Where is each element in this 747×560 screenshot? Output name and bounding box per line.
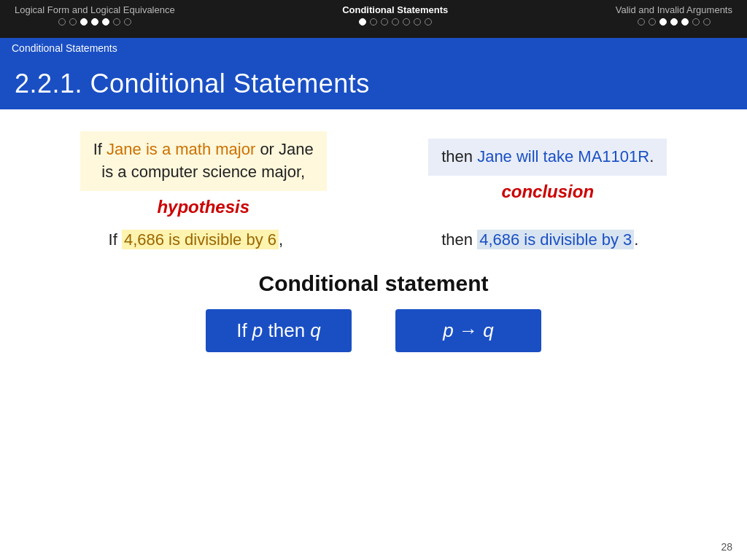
dot-v4 — [670, 18, 678, 26]
subtitle-bar: Conditional Statements — [0, 38, 747, 58]
conditional-statement-section: Conditional statement If p then q p → q — [29, 271, 718, 352]
if-statement: If 4,686 is divisible by 6, — [109, 230, 284, 249]
dot-c5 — [403, 18, 410, 26]
dot-v6 — [692, 18, 700, 26]
dot-c6 — [414, 18, 421, 26]
cond-box-if-p-then-q: If p then q — [206, 309, 352, 352]
conclusion-column: then Jane will take MA1101R. conclusion — [428, 131, 667, 202]
then-word: then — [441, 230, 477, 249]
hypothesis-highlight: Jane is a math major — [107, 140, 255, 158]
cond-then-word: then — [263, 319, 310, 341]
dot-c3 — [381, 18, 388, 26]
conditional-boxes: If p then q p → q — [29, 309, 718, 352]
dot-c2 — [370, 18, 377, 26]
if-comma: , — [279, 230, 283, 249]
dot-v7 — [703, 18, 711, 26]
nav-section-valid: Valid and Invalid Arguments — [616, 4, 732, 26]
nav-section-logical-form: Logical Form and Logical Equivalence — [15, 4, 175, 26]
dot-4 — [91, 18, 98, 26]
main-content: If Jane is a math major or Janeis a comp… — [0, 109, 747, 367]
nav-dots-logical-form — [58, 18, 131, 26]
cond-if-word: If — [236, 319, 252, 341]
if-prefix: If — [93, 140, 107, 158]
cond-arrow-q: q — [483, 319, 493, 341]
dot-c1 — [359, 18, 366, 26]
main-title: 2.2.1. Conditional Statements — [15, 69, 370, 99]
conclusion-suffix: . — [649, 147, 654, 166]
cond-box-arrow: p → q — [395, 309, 541, 352]
hypothesis-box: If Jane is a math major or Janeis a comp… — [80, 131, 327, 191]
then-highlight: 4,686 is divisible by 3 — [477, 230, 634, 249]
then-statement: then 4,686 is divisible by 3. — [441, 230, 638, 249]
if-word: If — [109, 230, 122, 249]
nav-title-valid: Valid and Invalid Arguments — [616, 4, 732, 15]
hypothesis-suffix: , — [301, 163, 305, 181]
top-nav: Logical Form and Logical Equivalence Con… — [0, 0, 747, 38]
dot-7 — [124, 18, 131, 26]
subtitle-label: Conditional Statements — [12, 42, 117, 54]
dot-v1 — [638, 18, 645, 26]
then-prefix: then — [441, 147, 477, 166]
conclusion-label: conclusion — [501, 182, 594, 202]
nav-dots-valid — [638, 18, 711, 26]
then-period: . — [634, 230, 638, 249]
dot-c4 — [392, 18, 399, 26]
dot-v3 — [659, 18, 667, 26]
conclusion-highlight: Jane will take MA1101R — [477, 147, 649, 166]
hypothesis-label: hypothesis — [157, 197, 249, 217]
nav-title-logical-form: Logical Form and Logical Equivalence — [15, 4, 175, 15]
conditional-statement-title: Conditional statement — [29, 271, 718, 296]
conclusion-box: then Jane will take MA1101R. — [428, 139, 667, 176]
cond-arrow-symbol: → — [454, 319, 483, 341]
dot-v5 — [681, 18, 689, 26]
page-number: 28 — [721, 541, 732, 553]
cond-arrow-p: p — [443, 319, 453, 341]
hypothesis-column: If Jane is a math major or Janeis a comp… — [80, 131, 327, 217]
dot-2 — [69, 18, 77, 26]
dot-3 — [80, 18, 88, 26]
cond-p: p — [252, 319, 263, 341]
dot-c7 — [425, 18, 432, 26]
title-section: 2.2.1. Conditional Statements — [0, 58, 747, 109]
dot-1 — [58, 18, 66, 26]
nav-title-conditional: Conditional Statements — [342, 4, 448, 15]
examples-row-1: If Jane is a math major or Janeis a comp… — [29, 131, 718, 217]
dot-5 — [102, 18, 109, 26]
if-highlight: 4,686 is divisible by 6 — [122, 230, 279, 249]
dot-6 — [113, 18, 120, 26]
cond-q: q — [310, 319, 320, 341]
nav-dots-conditional — [359, 18, 432, 26]
dot-v2 — [649, 18, 656, 26]
nav-section-conditional: Conditional Statements — [342, 4, 448, 26]
examples-row-2: If 4,686 is divisible by 6, then 4,686 i… — [29, 230, 718, 249]
